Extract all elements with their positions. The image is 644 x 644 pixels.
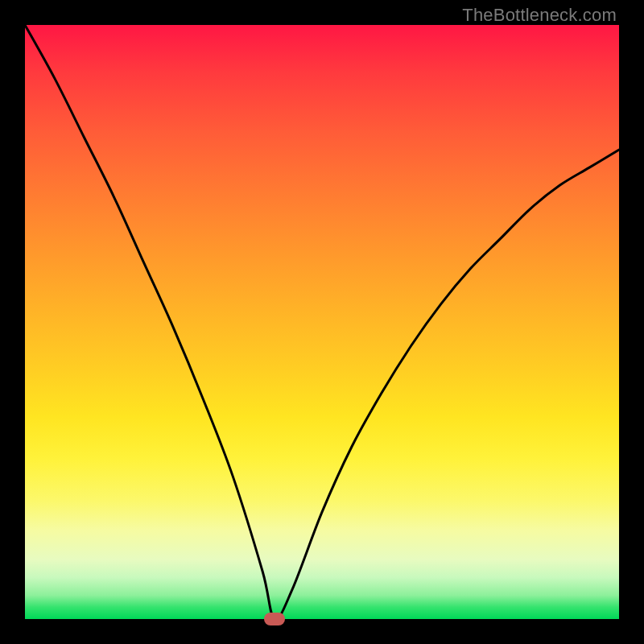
- plot-area: [25, 25, 619, 619]
- chart-frame: TheBottleneck.com: [0, 0, 644, 644]
- minimum-marker: [264, 613, 285, 625]
- watermark-text: TheBottleneck.com: [462, 5, 617, 26]
- bottleneck-curve: [25, 25, 619, 619]
